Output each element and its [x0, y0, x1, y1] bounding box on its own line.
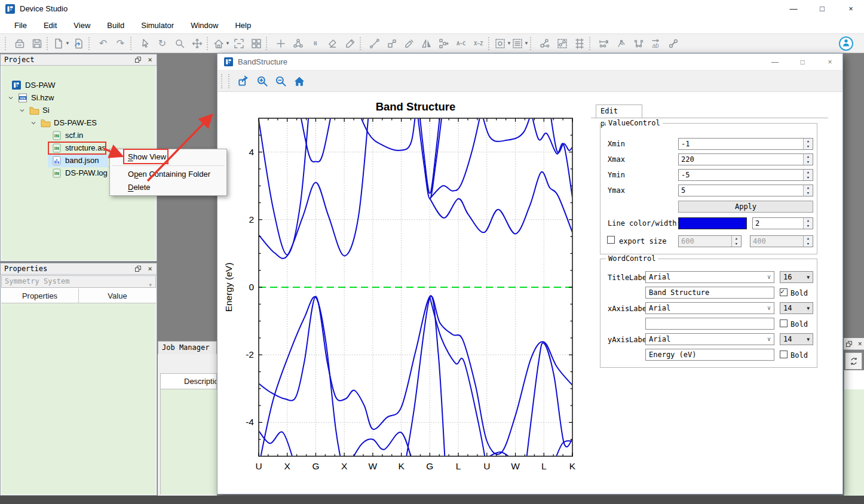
- maximize-button[interactable]: □: [809, 0, 835, 18]
- export-width-stepper[interactable]: 600 ▲▼: [678, 235, 742, 247]
- xAxisLabel-text-field[interactable]: [645, 318, 774, 330]
- home-button[interactable]: [290, 72, 308, 90]
- tab-edit-panel[interactable]: Edit panel: [596, 105, 642, 118]
- maximize-button[interactable]: □: [792, 54, 813, 70]
- xmin-stepper[interactable]: -1▲▼: [678, 138, 813, 150]
- xAxisLabel-bold-checkbox[interactable]: [780, 319, 788, 327]
- close-button[interactable]: ×: [838, 0, 864, 18]
- stepper-arrows-icon[interactable]: ▲▼: [803, 236, 813, 247]
- tree-item-si[interactable]: Si: [1, 105, 156, 117]
- stepper-arrows-icon[interactable]: ▲▼: [803, 154, 813, 165]
- undo-button[interactable]: ↶: [94, 35, 112, 51]
- measure-bond-button[interactable]: [366, 35, 383, 51]
- float-panel-icon[interactable]: [134, 265, 142, 273]
- set-coordinates-button[interactable]: X~Z: [470, 35, 487, 51]
- label-atoms-button[interactable]: ab: [647, 35, 664, 51]
- symmetry-system-select[interactable]: Symmetry System▼: [1, 275, 156, 288]
- TitleLabel-font-select[interactable]: Arial∨: [645, 271, 774, 283]
- line-color-swatch[interactable]: [678, 217, 747, 229]
- redo-button[interactable]: ↷: [112, 35, 129, 51]
- stepper-arrows-icon[interactable]: ▲▼: [803, 170, 813, 180]
- menu-view[interactable]: View: [65, 18, 99, 33]
- home-view-button[interactable]: ▼: [213, 35, 230, 51]
- export-size-checkbox[interactable]: [607, 236, 615, 244]
- export-view-button[interactable]: [234, 72, 253, 90]
- measure-dihedral-button[interactable]: [630, 35, 647, 51]
- erase-button[interactable]: [324, 35, 341, 51]
- menu-build[interactable]: Build: [99, 18, 133, 33]
- menu-help[interactable]: Help: [226, 18, 259, 33]
- select-group-button[interactable]: [553, 35, 571, 51]
- TitleLabel-bold-checkbox[interactable]: [780, 288, 788, 296]
- save-button[interactable]: [28, 35, 45, 51]
- close-panel-icon[interactable]: ×: [146, 56, 154, 64]
- zoom-view-button[interactable]: [171, 35, 188, 51]
- measure-angle-button[interactable]: [612, 35, 630, 51]
- modify-button[interactable]: [400, 35, 418, 51]
- mirror-button[interactable]: [418, 35, 435, 51]
- tree-item-ds-paw-es[interactable]: DS-PAW-ES: [1, 117, 156, 130]
- tree-item-scf-in[interactable]: INscf.in: [1, 130, 156, 142]
- yAxisLabel-font-select[interactable]: Arial∨: [645, 333, 774, 345]
- menu-simulator[interactable]: Simulator: [133, 18, 182, 33]
- menu-file[interactable]: File: [6, 18, 35, 33]
- float-panel-icon[interactable]: [845, 340, 853, 348]
- menu-window[interactable]: Window: [182, 18, 226, 33]
- select-region-button[interactable]: ▼: [494, 35, 511, 51]
- close-button[interactable]: ×: [820, 54, 840, 70]
- export-height-stepper[interactable]: 400 ▲▼: [750, 235, 813, 247]
- pan-view-button[interactable]: [188, 35, 206, 51]
- TitleLabel-size-select[interactable]: 16▼: [780, 271, 813, 283]
- yAxisLabel-bold-checkbox[interactable]: [780, 351, 788, 358]
- select-molecule-button[interactable]: [536, 35, 553, 51]
- tile-windows-button[interactable]: [247, 35, 265, 51]
- stepper-arrows-icon[interactable]: ▲▼: [803, 218, 813, 229]
- menu-item-open-containing-folder[interactable]: Open Containing Folder: [111, 168, 226, 181]
- bond-tool-button[interactable]: [664, 35, 682, 51]
- account-button[interactable]: [839, 36, 853, 51]
- select-lattice-button[interactable]: [571, 35, 588, 51]
- select-cursor-button[interactable]: [136, 35, 154, 51]
- chevron-expanded-icon[interactable]: [19, 107, 26, 114]
- TitleLabel-text-field[interactable]: Band Structure: [645, 287, 774, 299]
- import-file-button[interactable]: [70, 35, 87, 51]
- stepper-arrows-icon[interactable]: ▲▼: [803, 139, 813, 149]
- rename-atoms-button[interactable]: A~C: [452, 35, 470, 51]
- chevron-expanded-icon[interactable]: [7, 94, 14, 102]
- tree-item-si-hzw[interactable]: HZWSi.hzw: [1, 92, 156, 105]
- xAxisLabel-font-select[interactable]: Arial∨: [645, 302, 774, 314]
- add-atom-button[interactable]: [272, 35, 289, 51]
- xmax-stepper[interactable]: 220▲▼: [678, 153, 813, 165]
- apply-button[interactable]: Apply: [678, 201, 813, 213]
- new-document-button[interactable]: ▼: [53, 35, 70, 51]
- zoom-out-button[interactable]: [271, 72, 290, 90]
- refresh-jobs-button[interactable]: [845, 352, 862, 370]
- minimize-button[interactable]: —: [780, 0, 807, 18]
- stepper-arrows-icon[interactable]: ▲▼: [803, 185, 813, 196]
- menu-edit[interactable]: Edit: [35, 18, 65, 33]
- xAxisLabel-size-select[interactable]: 14▼: [780, 302, 813, 314]
- open-project-button[interactable]: [11, 35, 28, 51]
- minimize-button[interactable]: —: [765, 54, 785, 70]
- float-panel-icon[interactable]: [134, 56, 142, 64]
- fit-view-button[interactable]: [230, 35, 247, 51]
- line-width-stepper[interactable]: 2 ▲▼: [752, 217, 813, 229]
- yAxisLabel-text-field[interactable]: Energy (eV): [645, 349, 774, 361]
- rotate-view-button[interactable]: ↻: [154, 35, 171, 51]
- chevron-expanded-icon[interactable]: [30, 119, 37, 127]
- stepper-arrows-icon[interactable]: ▲▼: [731, 236, 741, 247]
- measure-distance-button[interactable]: [595, 35, 612, 51]
- close-panel-icon[interactable]: ×: [856, 340, 864, 348]
- band-structure-plot[interactable]: UXGXWKGLUWLK-4-2024Band StructureEnergy …: [222, 96, 584, 476]
- add-fragment-button[interactable]: [289, 35, 307, 51]
- job-manager-header[interactable]: Job Manager: [158, 341, 217, 354]
- tree-item-ds-paw[interactable]: DS-PAW: [1, 79, 156, 92]
- menu-item-delete[interactable]: Delete: [111, 181, 226, 194]
- ymin-stepper[interactable]: -5▲▼: [678, 169, 813, 181]
- ymax-stepper[interactable]: 5▲▼: [678, 185, 813, 196]
- zoom-in-button[interactable]: [253, 72, 271, 90]
- move-atom-button[interactable]: [383, 35, 400, 51]
- yAxisLabel-size-select[interactable]: 14▼: [780, 333, 813, 345]
- align-selection-button[interactable]: ▼: [511, 35, 529, 51]
- draw-bond-button[interactable]: [341, 35, 359, 51]
